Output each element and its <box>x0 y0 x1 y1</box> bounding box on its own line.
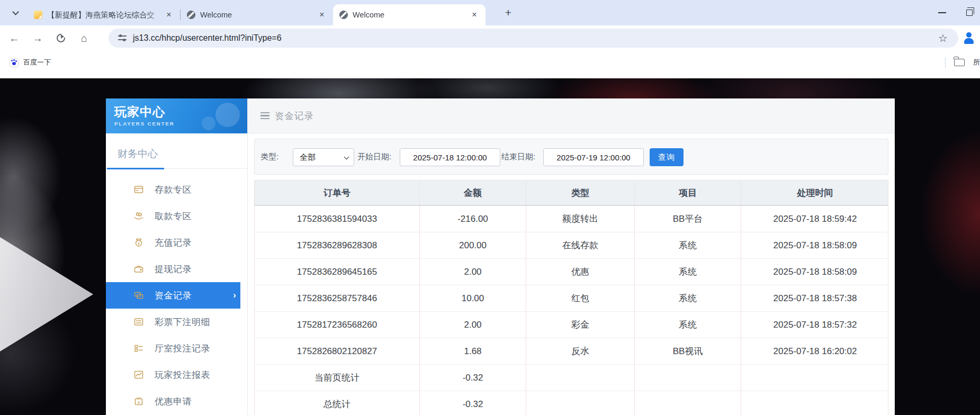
table-row-3: 175283625875784610.00红包系统2025-07-18 18:5… <box>255 285 888 312</box>
nav-icons: ← → ⌂ <box>5 25 93 51</box>
column-header: 处理时间 <box>741 181 889 205</box>
sidebar-item-5[interactable]: 彩票下注明细 <box>106 309 247 335</box>
column-header: 类型 <box>526 181 635 205</box>
sidebar-item-label: 厅室投注记录 <box>155 342 210 355</box>
tab-title: Welcome <box>353 11 469 19</box>
type-select[interactable]: 全部 <box>293 148 354 166</box>
home-icon[interactable]: ⌂ <box>75 29 93 47</box>
table-cell <box>635 365 741 391</box>
browser-tab-0[interactable]: 【新提醒】海燕策略论坛综合交× <box>28 4 180 25</box>
url-text: js13.cc/hhcp/usercenter.html?iniType=6 <box>133 33 938 43</box>
cashout-icon <box>133 264 144 274</box>
table-cell: BB平台 <box>635 206 741 232</box>
tab-strip: 【新提醒】海燕策略论坛综合交×Welcome×Welcome× + <box>0 0 980 25</box>
bookmark-item-baidu[interactable]: 百度一下 <box>6 55 54 70</box>
table-row-1: 1752836289628308200.00在线存款系统2025-07-18 1… <box>255 232 888 259</box>
table-cell: 2025-07-18 18:59:42 <box>741 206 889 232</box>
table-cell: 系统 <box>635 232 741 258</box>
window-controls <box>938 0 980 25</box>
table-cell: 优惠 <box>526 259 635 285</box>
funds-icon <box>133 290 144 301</box>
sidebar-item-label: 存款专区 <box>155 184 192 196</box>
column-header: 金额 <box>420 181 526 205</box>
table-cell <box>526 365 635 391</box>
table-row-5: 17528268021208271.68反水BB视讯2025-07-18 16:… <box>255 338 888 365</box>
sidebar-item-4[interactable]: 资金记录› <box>106 282 240 309</box>
sidebar-item-label: 充值记录 <box>155 237 192 249</box>
back-icon[interactable]: ← <box>5 29 23 47</box>
sidebar-item-label: 资金记录 <box>155 290 192 302</box>
sidebar-item-0[interactable]: 存款专区 <box>106 176 247 203</box>
minimize-icon[interactable] <box>938 12 946 13</box>
browser-toolbar: ← → ⌂ js13.cc/hhcp/usercenter.html?iniTy… <box>0 25 980 51</box>
forward-icon[interactable]: → <box>29 29 47 47</box>
query-button[interactable]: 查询 <box>650 148 684 166</box>
sidebar-item-1[interactable]: 取款专区 <box>106 203 247 229</box>
table-cell <box>635 391 741 415</box>
globe-favicon <box>187 11 195 19</box>
funds-record-table: 订单号金额类型项目处理时间1752836381594033-216.00额度转出… <box>254 180 888 415</box>
page-title-bar: 资金记录 <box>248 98 895 133</box>
sidebar-item-label: 玩家投注报表 <box>155 369 210 381</box>
restore-icon[interactable] <box>966 10 973 16</box>
table-row-4: 17528172365682602.00彩金系统2025-07-18 18:57… <box>255 312 888 338</box>
tab-close-icon[interactable]: × <box>469 9 480 21</box>
filter-bar: 类型: 全部 开始日期: 2025-07-18 12:00:00 结束日期: 2… <box>254 139 888 175</box>
table-cell: 系统 <box>635 312 741 338</box>
tab-title: 【新提醒】海燕策略论坛综合交 <box>47 10 163 20</box>
menu-burger-icon <box>260 112 269 119</box>
table-cell: 2025-07-18 18:57:38 <box>741 285 889 311</box>
bookmarks-bar-right: 所 <box>945 55 980 70</box>
all-bookmarks-folder-icon[interactable] <box>954 59 965 66</box>
browser-tab-2[interactable]: Welcome× <box>333 4 485 25</box>
tab-close-icon[interactable]: × <box>316 9 328 21</box>
new-tab-button[interactable]: + <box>501 5 516 20</box>
sidebar-item-8[interactable]: ¥优惠申请 <box>106 388 247 414</box>
bookmarks-bar: 百度一下 所 <box>0 51 980 78</box>
table-cell: 2.00 <box>420 259 526 285</box>
gamepad-decoration-icon <box>215 103 240 127</box>
end-date-input[interactable]: 2025-07-19 12:00:00 <box>543 148 644 166</box>
table-cell: 在线存款 <box>526 232 635 258</box>
sidebar-item-6[interactable]: 厅室投注记录 <box>106 335 247 362</box>
report-icon <box>133 369 144 380</box>
sidebar-item-label: 优惠申请 <box>155 395 192 408</box>
bookmark-star-icon[interactable]: ☆ <box>938 32 948 44</box>
start-date-input[interactable]: 2025-07-18 12:00:00 <box>400 148 500 166</box>
start-date-label: 开始日期: <box>357 152 391 162</box>
webpage-background: 玩家中心 PLAYERS CENTER 财务中心 存款专区取款专区¥充值记录提现… <box>0 78 980 415</box>
reload-icon[interactable] <box>52 29 70 47</box>
main-panel: 资金记录 类型: 全部 开始日期: 2025-07-18 12:00:00 结束… <box>248 98 895 415</box>
column-header: 订单号 <box>255 181 420 205</box>
sidebar-item-7[interactable]: 玩家投注报表 <box>106 362 247 388</box>
table-cell: -0.32 <box>420 391 526 415</box>
table-cell: 1.68 <box>420 338 526 364</box>
document-favicon <box>34 11 42 19</box>
all-bookmarks-label: 所 <box>973 58 980 67</box>
table-cell: 额度转出 <box>526 206 635 232</box>
tab-search-button[interactable] <box>7 5 23 20</box>
table-cell: 红包 <box>526 285 635 311</box>
table-cell: -0.32 <box>420 365 526 391</box>
profile-avatar-icon[interactable] <box>962 31 976 45</box>
table-cell: 1752836258757846 <box>255 285 420 311</box>
sidebar-item-3[interactable]: 提现记录 <box>106 256 247 282</box>
tab-close-icon[interactable]: × <box>163 9 175 21</box>
table-cell: 1752826802120827 <box>255 338 420 364</box>
sidebar-menu: 存款专区取款专区¥充值记录提现记录资金记录›彩票下注明细厅室投注记录玩家投注报表… <box>106 176 247 414</box>
browser-tab-1[interactable]: Welcome× <box>181 4 333 25</box>
table-cell: BB视讯 <box>635 338 741 364</box>
reload-glyph <box>57 34 65 42</box>
table-cell: 200.00 <box>420 232 526 258</box>
type-select-value: 全部 <box>300 152 316 163</box>
table-row-7: 总统计-0.32 <box>255 391 888 415</box>
table-cell: 系统 <box>635 285 741 311</box>
sidebar-item-label: 取款专区 <box>155 210 192 222</box>
site-settings-icon[interactable] <box>118 35 127 41</box>
table-cell: 彩金 <box>526 312 635 338</box>
address-bar[interactable]: js13.cc/hhcp/usercenter.html?iniType=6 ☆ <box>109 29 958 48</box>
recharge-icon: ¥ <box>133 237 144 248</box>
sidebar-item-2[interactable]: ¥充值记录 <box>106 229 247 256</box>
chevron-down-icon <box>12 8 19 15</box>
svg-text:¥: ¥ <box>138 241 140 246</box>
